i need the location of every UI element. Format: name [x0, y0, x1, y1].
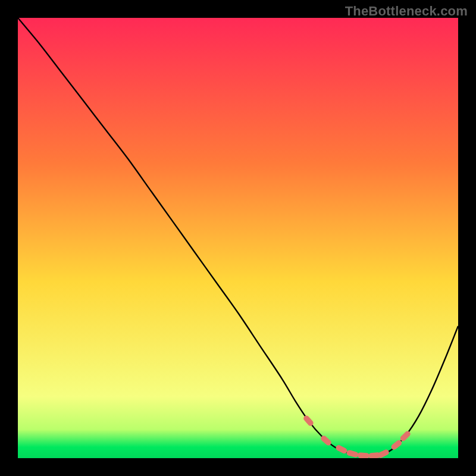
bottleneck-chart: [18, 18, 458, 458]
gradient-background: [18, 18, 458, 458]
attribution-watermark: TheBottleneck.com: [345, 4, 468, 19]
plot-area: [18, 18, 458, 458]
chart-stage: TheBottleneck.com: [0, 0, 476, 476]
